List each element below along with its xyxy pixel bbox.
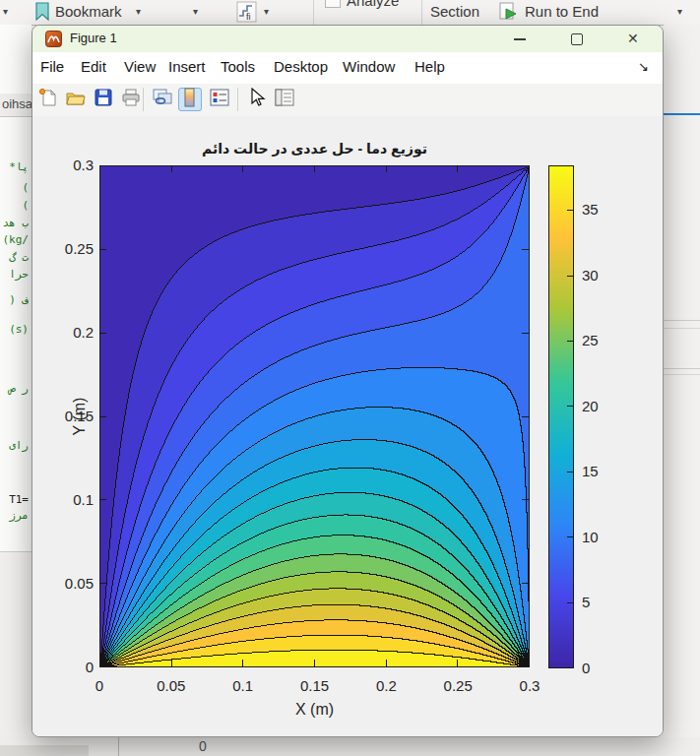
tick-label: 0.3 bbox=[505, 677, 554, 694]
insert-colorbar-button[interactable] bbox=[178, 88, 202, 111]
figure-canvas: توزیع دما - حل عددی در حالت دائم X (m) Y… bbox=[32, 116, 664, 737]
print-button[interactable] bbox=[119, 88, 143, 111]
chevron-down-icon[interactable]: ▾ bbox=[264, 6, 269, 17]
colorbar bbox=[548, 165, 574, 668]
code-line: حرا bbox=[0, 268, 29, 281]
tick-label: 0.2 bbox=[361, 677, 411, 694]
code-line: ت گ bbox=[0, 251, 29, 264]
menubar-overflow-icon[interactable]: ↘ bbox=[638, 59, 649, 74]
editor-strip[interactable]: oihsa *پا((ب هد(kg/ت گحرا) ف(s)ر صرایT1=… bbox=[0, 25, 32, 756]
close-button[interactable]: ✕ bbox=[614, 26, 654, 52]
code-line: ( bbox=[0, 181, 29, 194]
menu-edit[interactable]: Edit bbox=[81, 58, 106, 75]
chevron-down-icon[interactable]: ▾ bbox=[193, 6, 198, 17]
code-line: (kg/ bbox=[0, 233, 29, 246]
menu-window[interactable]: Window bbox=[343, 58, 395, 75]
tick-label: 30 bbox=[582, 267, 621, 284]
link-plot-icon bbox=[152, 88, 173, 111]
new-figure-icon bbox=[38, 88, 58, 111]
analyze-icon[interactable] bbox=[325, 0, 341, 8]
code-line: (s) bbox=[0, 323, 29, 336]
code-line: T1= bbox=[0, 493, 29, 506]
menu-file[interactable]: File bbox=[40, 58, 64, 75]
tick-label: 0.2 bbox=[32, 324, 94, 341]
fixed-point-icon[interactable]: fi bbox=[236, 1, 257, 27]
link-plot-button[interactable] bbox=[151, 88, 174, 111]
chevron-down-icon[interactable]: ▾ bbox=[677, 6, 682, 17]
matlab-toolstrip: ▾ Bookmark ▾ ▾ fi ▾ Analyze Section Run … bbox=[0, 0, 700, 26]
open-icon bbox=[65, 88, 87, 111]
editor-tab[interactable]: oihsa bbox=[2, 96, 32, 111]
save-icon bbox=[94, 88, 113, 111]
x-axis-label: X (m) bbox=[99, 701, 530, 719]
menu-tools[interactable]: Tools bbox=[221, 58, 255, 75]
analyze-button[interactable]: Analyze bbox=[347, 0, 399, 9]
property-inspector-icon bbox=[274, 88, 295, 111]
code-line: ( bbox=[0, 199, 29, 212]
open-button[interactable] bbox=[64, 88, 88, 111]
menu-desktop[interactable]: Desktop bbox=[274, 58, 328, 75]
code-line: رای bbox=[0, 439, 29, 452]
tick-label: 35 bbox=[582, 201, 621, 218]
edit-plot-icon bbox=[248, 88, 266, 111]
bookmark-button[interactable]: Bookmark bbox=[55, 3, 122, 20]
minimize-button[interactable] bbox=[500, 26, 540, 52]
code-line: *پا bbox=[0, 160, 29, 173]
matlab-logo-icon bbox=[45, 31, 62, 51]
property-inspector-button[interactable] bbox=[273, 88, 296, 111]
code-line: ب هد bbox=[0, 217, 29, 229]
save-button[interactable] bbox=[92, 88, 115, 111]
tick-label: 0 bbox=[32, 659, 94, 675]
figure-toolbar bbox=[32, 84, 663, 117]
tick-label: 0.05 bbox=[147, 677, 196, 694]
insert-legend-icon bbox=[210, 88, 229, 111]
tick-label: 0.25 bbox=[32, 240, 94, 257]
bookmark-icon[interactable] bbox=[35, 2, 49, 25]
tick-label: 0.1 bbox=[32, 491, 94, 508]
code-line: مرز bbox=[0, 509, 29, 522]
edit-plot-button[interactable] bbox=[245, 88, 269, 111]
tick-label: 5 bbox=[582, 594, 621, 610]
tick-label: 0 bbox=[75, 677, 124, 694]
window-title: Figure 1 bbox=[70, 31, 117, 45]
figure-menubar: ↘ FileEditViewInsertToolsDesktopWindowHe… bbox=[32, 52, 663, 85]
menu-insert[interactable]: Insert bbox=[168, 58, 206, 75]
tick-label: 20 bbox=[582, 398, 621, 414]
screen: ▾ Bookmark ▾ ▾ fi ▾ Analyze Section Run … bbox=[0, 0, 700, 756]
tick-label: 0.05 bbox=[32, 575, 94, 592]
tick-label: 0 bbox=[582, 660, 621, 676]
tick-label: 0.3 bbox=[32, 157, 94, 173]
section-label[interactable]: Section bbox=[430, 3, 479, 20]
svg-text:fi: fi bbox=[246, 12, 251, 22]
menu-view[interactable]: View bbox=[124, 58, 156, 75]
insert-colorbar-icon bbox=[183, 88, 197, 111]
figure-window: Figure 1 ✕ ↘ FileEditViewInsertToolsDesk… bbox=[32, 25, 664, 737]
editor-tabbar: oihsa bbox=[0, 94, 32, 117]
code-line: ) ف bbox=[0, 293, 29, 306]
ide-right-strip bbox=[664, 25, 700, 756]
tick-label: 0.1 bbox=[219, 677, 268, 694]
maximize-button[interactable] bbox=[557, 26, 597, 52]
menu-help[interactable]: Help bbox=[414, 58, 445, 75]
print-icon bbox=[120, 88, 142, 111]
chevron-down-icon[interactable]: ▾ bbox=[3, 6, 8, 17]
tick-label: 0.15 bbox=[290, 677, 340, 694]
editor-accent-line bbox=[664, 113, 700, 115]
tick-label: 10 bbox=[582, 529, 621, 545]
insert-legend-button[interactable] bbox=[208, 88, 231, 111]
tick-label: 0.15 bbox=[32, 408, 94, 424]
figure-titlebar[interactable]: Figure 1 ✕ bbox=[32, 26, 663, 52]
run-to-end-button[interactable]: Run to End bbox=[525, 3, 599, 20]
tick-label: 15 bbox=[582, 463, 621, 479]
code-line: ر ص bbox=[0, 382, 29, 395]
tick-label: 0.25 bbox=[433, 677, 482, 694]
new-figure-button[interactable] bbox=[36, 88, 60, 111]
chevron-down-icon[interactable]: ▾ bbox=[136, 6, 141, 17]
plot-title: توزیع دما - حل عددی در حالت دائم bbox=[99, 141, 530, 157]
contour-plot[interactable] bbox=[99, 165, 530, 667]
run-to-end-icon[interactable] bbox=[498, 2, 518, 26]
tick-label: 25 bbox=[582, 332, 621, 348]
background-axis-tick: 0 bbox=[199, 738, 207, 754]
ide-bottom-strip: 0 bbox=[0, 737, 700, 756]
